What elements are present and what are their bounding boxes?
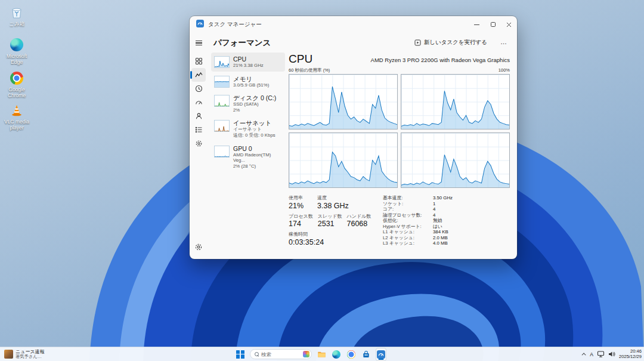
memory-mini-graph xyxy=(214,76,230,88)
edge-icon xyxy=(0,37,33,53)
detail-row: ソケット:1 xyxy=(383,201,453,207)
search-icon xyxy=(255,352,259,356)
core-graph-0[interactable] xyxy=(289,74,398,129)
window-title: タスク マネージャー xyxy=(208,21,262,29)
sidebar-item-disk0[interactable]: ディスク 0 (C:) SSD (SATA) 2% xyxy=(211,91,285,116)
run-new-task-icon xyxy=(414,39,421,46)
settings-button[interactable] xyxy=(191,240,206,254)
windows-logo-icon xyxy=(236,350,244,359)
sidebar-item-memory[interactable]: メモリ 3.0/5.9 GB (51%) xyxy=(211,72,285,91)
sidebar-item-sub: SSD (SATA) xyxy=(233,101,276,107)
taskbar: ニュース速報 署気予さん… xyxy=(0,347,644,361)
taskbar-task-manager[interactable] xyxy=(376,348,386,361)
sidebar-item-sub: 21% 3.38 GHz xyxy=(233,63,264,69)
processes-icon xyxy=(195,57,203,65)
recycle-bin-icon xyxy=(0,5,33,20)
nav-rail xyxy=(190,34,208,259)
ime-mode-indicator[interactable]: A xyxy=(590,351,593,357)
detail-row: 論理プロセッサ数:4 xyxy=(383,212,453,218)
nav-performance[interactable] xyxy=(191,68,206,82)
stat-utilization: 使用率 21% xyxy=(289,195,317,210)
services-icon xyxy=(195,140,203,147)
detail-row: Hyper-V サポート:はい xyxy=(383,224,453,230)
taskbar-chrome[interactable] xyxy=(346,348,357,361)
performance-sidebar: CPU 21% 3.38 GHz メモリ 3.0/5.9 GB (51%) ディ… xyxy=(211,53,285,250)
detail-row: L3 キャッシュ:4.0 MB xyxy=(383,240,453,246)
task-manager-icon xyxy=(377,350,385,359)
tray-clock[interactable]: 20:46 2025/12/29 xyxy=(619,349,642,360)
core-graph-2[interactable] xyxy=(289,132,398,188)
taskbar-edge[interactable] xyxy=(331,348,342,361)
minimize-icon xyxy=(474,24,479,25)
desktop-icon-edge[interactable]: Microsoft Edge xyxy=(0,37,33,65)
run-new-task-button[interactable]: 新しいタスクを実行する xyxy=(411,37,491,48)
sidebar-item-ethernet[interactable]: イーサネット イーサネット 送信: 0 受信: 0 Kbps xyxy=(211,116,285,141)
core-graph-1[interactable] xyxy=(401,74,510,129)
minimize-button[interactable] xyxy=(469,16,485,33)
gpu-mini-graph xyxy=(214,146,230,158)
taskbar-file-explorer[interactable] xyxy=(316,348,327,361)
stat-processes: プロセス数 174 xyxy=(289,214,318,229)
settings-gear-icon xyxy=(194,243,203,251)
desktop-icon-vlc[interactable]: VLC media player xyxy=(0,103,33,131)
nav-processes[interactable] xyxy=(191,54,206,68)
start-button[interactable] xyxy=(235,348,246,361)
tray-overflow-chevron-icon[interactable] xyxy=(582,353,586,357)
volume-icon[interactable] xyxy=(608,351,615,357)
nav-details[interactable] xyxy=(191,123,206,137)
taskbar-store[interactable] xyxy=(361,348,371,361)
core-graph-3[interactable] xyxy=(401,132,510,188)
more-options-button[interactable]: … xyxy=(497,38,511,48)
widget-subline: 署気予さん… xyxy=(16,354,45,360)
sidebar-item-sub: 送信: 0 受信: 0 Kbps xyxy=(233,132,275,138)
titlebar[interactable]: タスク マネージャー xyxy=(190,16,517,33)
desktop-icon-chrome[interactable]: Google Chrome xyxy=(0,70,33,98)
search-highlight-icon xyxy=(303,351,309,357)
performance-icon xyxy=(195,71,203,79)
graph-axis-label-right: 100% xyxy=(499,67,510,73)
detail-row: 基本速度:3.50 GHz xyxy=(383,195,453,201)
ethernet-mini-graph xyxy=(214,120,230,132)
cpu-model-name: AMD Ryzen 3 PRO 2200G with Radeon Vega G… xyxy=(371,57,510,66)
run-new-task-label: 新しいタスクを実行する xyxy=(424,39,487,47)
sidebar-item-sub: 3.0/5.9 GB (51%) xyxy=(233,82,269,88)
sidebar-item-sub: AMD Radeon(TM) Veg... xyxy=(233,152,283,163)
detail-row: L1 キャッシュ:384 KB xyxy=(383,229,453,235)
nav-services[interactable] xyxy=(191,137,206,150)
nav-startup-apps[interactable] xyxy=(191,95,206,109)
stat-speed: 速度 3.38 GHz xyxy=(317,195,354,210)
sidebar-item-title: GPU 0 xyxy=(233,145,283,152)
cpu-core-graphs xyxy=(289,74,510,188)
desktop-icon-label: VLC media player xyxy=(0,119,33,131)
selected-indicator xyxy=(190,71,192,79)
app-icon xyxy=(196,19,204,30)
tray-date: 2025/12/29 xyxy=(619,354,642,360)
desktop-icon-recycle-bin[interactable]: ごみ箱 xyxy=(0,5,33,27)
detail-row: L2 キャッシュ:2.0 MB xyxy=(383,235,453,241)
detail-row: コア:4 xyxy=(383,206,453,212)
sidebar-item-sub: 2% (28 °C) xyxy=(233,163,283,169)
close-button[interactable] xyxy=(501,16,517,33)
widgets-button[interactable]: ニュース速報 署気予さん… xyxy=(2,347,47,361)
chrome-icon xyxy=(0,70,33,86)
sidebar-item-sub: 2% xyxy=(233,107,276,113)
sidebar-item-title: CPU xyxy=(233,55,264,63)
taskbar-search[interactable] xyxy=(250,349,312,359)
nav-app-history[interactable] xyxy=(191,82,206,95)
details-icon xyxy=(195,126,203,134)
stat-handles: ハンドル数 76068 xyxy=(347,214,376,229)
sidebar-item-gpu0[interactable]: GPU 0 AMD Radeon(TM) Veg... 2% (28 °C) xyxy=(211,142,285,172)
vlc-icon xyxy=(0,103,33,118)
nav-users[interactable] xyxy=(191,109,206,123)
widget-news-thumbnail xyxy=(4,350,13,359)
menu-button[interactable] xyxy=(192,36,205,50)
disk-mini-graph xyxy=(214,95,230,107)
network-icon[interactable] xyxy=(597,351,605,357)
sidebar-item-cpu[interactable]: CPU 21% 3.38 GHz xyxy=(211,53,285,72)
maximize-button[interactable] xyxy=(485,16,501,33)
sidebar-item-sub: イーサネット xyxy=(233,126,275,132)
users-icon xyxy=(195,112,203,120)
desktop-icon-label: ごみ箱 xyxy=(0,21,33,27)
search-input[interactable] xyxy=(261,351,297,357)
cpu-details: 基本速度:3.50 GHz ソケット:1 コア:4 論理プロセッサ数:4 仮想化… xyxy=(383,195,453,250)
